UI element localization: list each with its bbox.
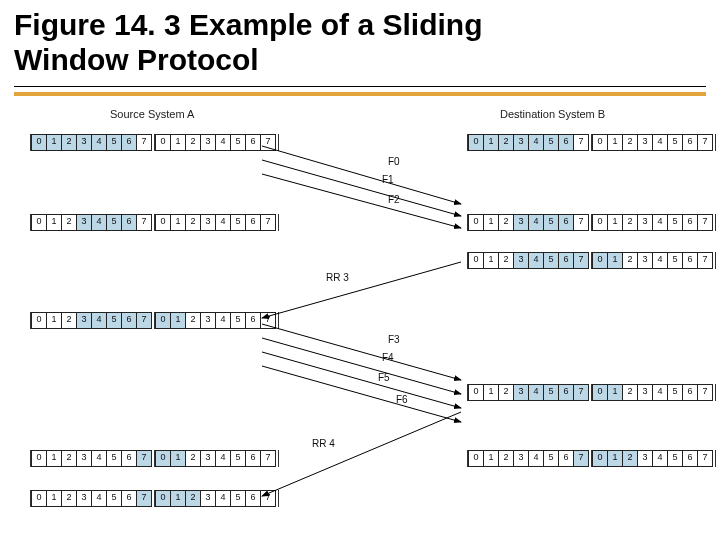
seq-cell: 1 <box>46 312 62 329</box>
seq-cell: 3 <box>637 384 653 401</box>
seq-cell: 2 <box>61 490 77 507</box>
seq-cell: 3 <box>200 450 216 467</box>
seq-cell: 7 <box>573 450 589 467</box>
seq-cell: 0 <box>155 312 171 329</box>
seq-cell: 5 <box>230 134 246 151</box>
seq-cell: 6 <box>245 490 261 507</box>
seq-cell: 7 <box>260 214 276 231</box>
seq-cell: 7 <box>573 252 589 269</box>
seq-cell: 7 <box>573 214 589 231</box>
seq-cell: 2 <box>498 134 514 151</box>
seq-cell: 0 <box>592 450 608 467</box>
seq-cell: 1 <box>170 312 186 329</box>
seq-cell: 6 <box>245 134 261 151</box>
seq-a-row3: 0123456701234567 <box>28 312 280 329</box>
seq-cell: 1 <box>607 450 623 467</box>
seq-cell: 3 <box>513 252 529 269</box>
seq-cell: 0 <box>468 450 484 467</box>
seq-cell: 2 <box>185 214 201 231</box>
seq-cell: 4 <box>215 450 231 467</box>
seq-cell: 6 <box>121 312 137 329</box>
seq-cell: 3 <box>76 134 92 151</box>
seq-cell: 3 <box>76 214 92 231</box>
seq-cell: 5 <box>106 450 122 467</box>
seq-cell: 2 <box>185 450 201 467</box>
seq-cell: 2 <box>185 134 201 151</box>
seq-cell: 3 <box>637 450 653 467</box>
seq-cell: 0 <box>155 450 171 467</box>
seq-cell: 2 <box>61 450 77 467</box>
seq-cell: 7 <box>697 134 713 151</box>
seq-cell: 0 <box>592 252 608 269</box>
seq-cell: 3 <box>200 214 216 231</box>
seq-cell: 7 <box>136 134 152 151</box>
seq-cell: 7 <box>697 252 713 269</box>
seq-cell: 5 <box>543 214 559 231</box>
svg-line-4 <box>262 324 461 380</box>
seq-cell: 0 <box>592 134 608 151</box>
seq-cell: 4 <box>652 450 668 467</box>
seq-cell: 6 <box>558 450 574 467</box>
seq-cell: 0 <box>31 134 47 151</box>
seq-cell: 6 <box>245 312 261 329</box>
seq-cell: 7 <box>260 312 276 329</box>
msg-f0: F0 <box>388 156 400 167</box>
svg-line-1 <box>262 160 461 216</box>
seq-cell: 6 <box>682 252 698 269</box>
seq-cell: 1 <box>483 252 499 269</box>
seq-cell: 0 <box>592 214 608 231</box>
seq-cell: 6 <box>121 450 137 467</box>
seq-cell: 5 <box>230 312 246 329</box>
seq-cell: 6 <box>558 134 574 151</box>
seq-cell: 6 <box>682 214 698 231</box>
seq-cell: 7 <box>136 450 152 467</box>
svg-line-0 <box>262 146 461 204</box>
seq-cell: 5 <box>230 490 246 507</box>
seq-cell: 4 <box>91 450 107 467</box>
seq-cell: 3 <box>637 252 653 269</box>
seq-cell: 1 <box>483 214 499 231</box>
svg-line-8 <box>262 412 461 496</box>
seq-cell: 7 <box>136 312 152 329</box>
svg-line-2 <box>262 174 461 228</box>
seq-cell: 3 <box>637 214 653 231</box>
seq-cell: 0 <box>155 490 171 507</box>
seq-cell: 5 <box>230 450 246 467</box>
seq-cell: 7 <box>136 214 152 231</box>
seq-cell: 7 <box>260 134 276 151</box>
seq-cell: 1 <box>607 384 623 401</box>
figure-title: Figure 14. 3 Example of a Sliding Window… <box>0 0 720 79</box>
seq-a-row1: 0123456701234567 <box>28 134 280 151</box>
seq-cell: 7 <box>136 490 152 507</box>
seq-cell: 4 <box>91 490 107 507</box>
seq-cell: 5 <box>543 134 559 151</box>
seq-cell: 3 <box>637 134 653 151</box>
seq-cell: 2 <box>61 312 77 329</box>
seq-cell: 1 <box>46 450 62 467</box>
seq-cell: 0 <box>155 214 171 231</box>
seq-cell: 5 <box>543 252 559 269</box>
seq-cell: 6 <box>558 214 574 231</box>
seq-cell: 7 <box>697 450 713 467</box>
seq-cell: 1 <box>170 490 186 507</box>
msg-f2: F2 <box>388 194 400 205</box>
seq-cell: 0 <box>31 450 47 467</box>
seq-cell: 7 <box>697 214 713 231</box>
seq-cell: 1 <box>46 490 62 507</box>
seq-cell: 5 <box>543 450 559 467</box>
seq-cell: 6 <box>245 214 261 231</box>
seq-cell: 4 <box>215 490 231 507</box>
seq-cell: 2 <box>498 384 514 401</box>
msg-f1: F1 <box>382 174 394 185</box>
diagram-stage: 0123456701234567 0123456701234567 012345… <box>0 112 720 540</box>
seq-cell: 5 <box>667 134 683 151</box>
seq-cell: 0 <box>592 384 608 401</box>
seq-a-row4: 0123456701234567 <box>28 450 280 467</box>
seq-cell: 0 <box>155 134 171 151</box>
seq-cell: 6 <box>121 490 137 507</box>
seq-cell: 5 <box>543 384 559 401</box>
seq-cell: 6 <box>121 134 137 151</box>
seq-cell: 0 <box>468 384 484 401</box>
seq-cell: 2 <box>498 252 514 269</box>
seq-cell: 4 <box>528 134 544 151</box>
